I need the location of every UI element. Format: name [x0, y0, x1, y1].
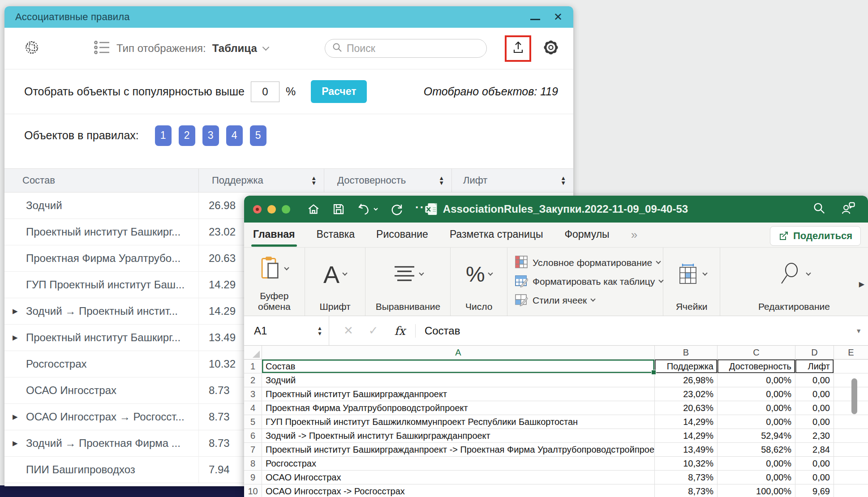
expand-icon[interactable]: ▶: [13, 413, 18, 421]
minimize-traffic-icon[interactable]: [267, 205, 276, 214]
row-number[interactable]: 5: [244, 415, 262, 428]
globe-icon[interactable]: [24, 40, 39, 57]
cell-e[interactable]: [834, 373, 868, 387]
rule-count-button-2[interactable]: 2: [179, 125, 195, 146]
column-header-d[interactable]: D: [795, 346, 834, 359]
cell-b[interactable]: 13,49%: [655, 443, 718, 456]
calculate-button[interactable]: Расчет: [311, 80, 367, 103]
search-icon[interactable]: [812, 201, 826, 217]
close-icon[interactable]: ✕: [554, 12, 563, 22]
column-header-lift[interactable]: Лифт ▲▼: [451, 169, 573, 192]
row-number[interactable]: 1: [244, 360, 262, 373]
search-input[interactable]: [347, 43, 459, 55]
expand-icon[interactable]: ▶: [13, 439, 18, 447]
tab-home[interactable]: Главная: [253, 228, 295, 241]
vertical-scrollbar-thumb[interactable]: [851, 378, 857, 414]
cell-d[interactable]: 0,00: [795, 471, 834, 484]
row-number[interactable]: 8: [244, 457, 262, 470]
rule-count-button-5[interactable]: 5: [250, 125, 266, 146]
close-traffic-icon[interactable]: [253, 205, 262, 214]
cell-c[interactable]: 0,00%: [718, 373, 795, 387]
undo-icon[interactable]: [357, 202, 378, 216]
cell-c[interactable]: 0,00%: [718, 401, 795, 415]
cell-a[interactable]: Состав: [262, 360, 655, 373]
minimize-icon[interactable]: [530, 19, 540, 20]
font-group[interactable]: A Шрифт: [305, 248, 366, 316]
number-group[interactable]: % Число: [451, 248, 507, 316]
name-box-spinner[interactable]: ▲▼: [317, 326, 322, 336]
row-number[interactable]: 4: [244, 401, 262, 415]
cell-c[interactable]: 0,00%: [718, 457, 795, 470]
cell-a[interactable]: Проектная Фирма Уралтрубопроводстройпрое…: [262, 401, 655, 415]
cell-b[interactable]: 8,73%: [655, 471, 718, 484]
cell-b[interactable]: 8,73%: [655, 484, 718, 497]
insert-function-icon[interactable]: fx: [395, 324, 405, 338]
row-number[interactable]: 6: [244, 429, 262, 442]
column-header-c[interactable]: C: [718, 346, 795, 359]
cell-d[interactable]: 0,00: [795, 415, 834, 428]
name-box[interactable]: A1 ▲▼: [244, 316, 329, 345]
popularity-threshold-input[interactable]: [251, 81, 279, 102]
cell-c[interactable]: 0,00%: [718, 387, 795, 401]
cell-a[interactable]: ОСАО Ингосстрах -> Росгосстрах: [262, 484, 655, 497]
zoom-traffic-icon[interactable]: [282, 205, 290, 214]
export-button-highlighted[interactable]: [505, 35, 531, 62]
cell-e[interactable]: [834, 484, 868, 497]
cell-c[interactable]: 100,00%: [718, 484, 795, 497]
cell-d[interactable]: 2,30: [795, 429, 834, 442]
cell-c[interactable]: 0,00%: [718, 415, 795, 428]
cell-b[interactable]: 23,02%: [655, 387, 718, 401]
cell-b[interactable]: 14,29%: [655, 415, 718, 428]
search-box[interactable]: [325, 39, 487, 58]
cell-b[interactable]: 26,98%: [655, 373, 718, 387]
cell-a[interactable]: Проектный институт Башкиргражданпроект: [262, 387, 655, 401]
cell-e[interactable]: [834, 429, 868, 442]
tab-formulas[interactable]: Формулы: [565, 228, 610, 241]
tab-draw[interactable]: Рисование: [376, 228, 428, 241]
cell-d[interactable]: 2,84: [795, 443, 834, 456]
cell-d[interactable]: Лифт: [795, 360, 834, 373]
tab-page-layout[interactable]: Разметка страницы: [450, 228, 543, 241]
cell-b[interactable]: 20,63%: [655, 401, 718, 415]
cell-d[interactable]: 0,00: [795, 387, 834, 401]
cell-e[interactable]: [834, 457, 868, 470]
alignment-group[interactable]: Выравнивание: [365, 248, 451, 316]
home-icon[interactable]: [307, 202, 320, 216]
cells-group[interactable]: Ячейки: [663, 248, 720, 316]
cell-b[interactable]: Поддержка: [655, 360, 718, 373]
redo-icon[interactable]: [390, 202, 404, 216]
settings-button[interactable]: [542, 39, 560, 58]
ribbon-expand-icon[interactable]: ▶: [859, 280, 864, 288]
row-number[interactable]: 10: [244, 484, 262, 497]
select-all-corner[interactable]: [244, 346, 262, 359]
clipboard-group[interactable]: Буфер обмена: [244, 248, 305, 316]
cell-e[interactable]: [834, 415, 868, 428]
cell-a[interactable]: Росгосстрах: [262, 457, 655, 470]
cell-e[interactable]: [834, 443, 868, 456]
cell-a[interactable]: ОСАО Ингосстрах: [262, 471, 655, 484]
cell-a[interactable]: Зодчий -> Проектный институт Башкиргражд…: [262, 429, 655, 442]
cell-d[interactable]: 0,00: [795, 373, 834, 387]
feedback-person-icon[interactable]: [841, 201, 855, 217]
rule-count-button-4[interactable]: 4: [226, 125, 243, 146]
cell-c[interactable]: 0,00%: [718, 471, 795, 484]
column-header-a[interactable]: A: [262, 346, 655, 359]
cancel-icon[interactable]: ✕: [344, 324, 353, 338]
row-number[interactable]: 2: [244, 373, 262, 387]
save-icon[interactable]: [332, 202, 345, 216]
conditional-formatting-button[interactable]: Условное форматирование: [515, 254, 660, 271]
column-header-b[interactable]: B: [655, 346, 718, 359]
cell-b[interactable]: 10,32%: [655, 457, 718, 470]
cell-c[interactable]: 58,62%: [718, 443, 795, 456]
cell-b[interactable]: 14,29%: [655, 429, 718, 442]
cell-e[interactable]: [834, 401, 868, 415]
cell-e[interactable]: [834, 387, 868, 401]
column-header-confidence[interactable]: Достоверность ▲▼: [324, 169, 451, 192]
cell-styles-button[interactable]: Стили ячеек: [515, 292, 595, 309]
column-header-e[interactable]: E: [834, 346, 868, 359]
sort-icon[interactable]: ▲▼: [311, 176, 317, 185]
cell-a[interactable]: ГУП Проектный институт Башжилкоммунпроек…: [262, 415, 655, 428]
enter-icon[interactable]: ✓: [369, 324, 378, 338]
editing-group[interactable]: Редактирование: [720, 248, 868, 316]
cell-e[interactable]: [834, 360, 868, 373]
